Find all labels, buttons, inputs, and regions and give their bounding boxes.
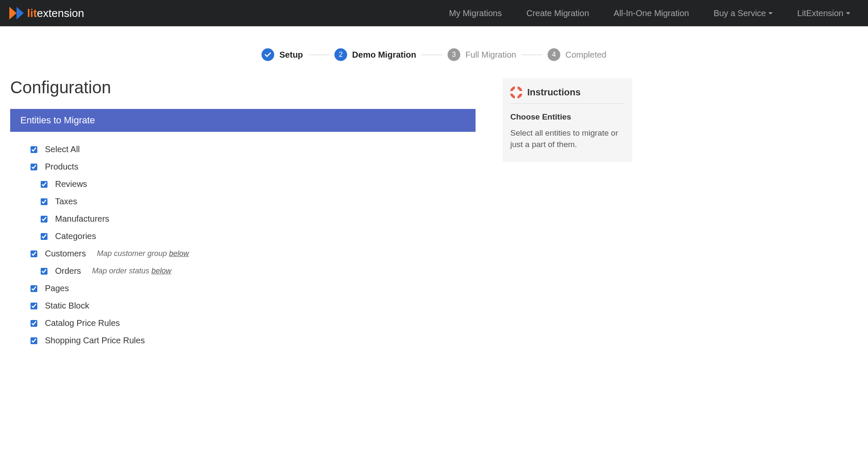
checkbox-catalog-price-rules[interactable] (31, 320, 37, 327)
instructions-panel: Instructions Choose Entities Select all … (503, 78, 632, 162)
map-hint: Map order status below (92, 267, 171, 275)
entity-label: Categories (55, 231, 96, 241)
top-navbar: litextension My Migrations Create Migrat… (0, 0, 868, 26)
checkbox-categories[interactable] (41, 233, 47, 240)
logo-text: litextension (27, 7, 84, 20)
entity-label: Reviews (55, 179, 87, 189)
step-label: Completed (565, 50, 606, 60)
map-hint: Map customer group below (97, 249, 189, 258)
entity-categories: Categories (31, 231, 476, 241)
step-full-migration[interactable]: 3 Full Migration (448, 48, 516, 61)
step-connector (521, 55, 542, 55)
nav-create-migration[interactable]: Create Migration (526, 8, 589, 18)
checkbox-orders[interactable] (41, 268, 47, 275)
instructions-title: Instructions (527, 87, 581, 98)
nav-all-in-one[interactable]: All-In-One Migration (614, 8, 689, 18)
svg-marker-1 (17, 7, 24, 19)
instructions-subtitle: Choose Entities (510, 112, 625, 122)
entity-label: Catalog Price Rules (45, 318, 120, 328)
nav-my-migrations[interactable]: My Migrations (449, 8, 501, 18)
entity-orders: Orders Map order status below (31, 266, 476, 276)
svg-marker-0 (9, 7, 17, 19)
map-customer-group-link[interactable]: below (169, 249, 189, 258)
entity-shopping-cart-price-rules: Shopping Cart Price Rules (31, 336, 476, 345)
entity-label: Select All (45, 145, 80, 154)
check-icon (264, 51, 271, 58)
entity-static-block: Static Block (31, 301, 476, 311)
checkbox-pages[interactable] (31, 285, 37, 292)
checkbox-select-all[interactable] (31, 146, 37, 153)
checkbox-manufacturers[interactable] (41, 216, 47, 223)
chevron-down-icon (846, 12, 850, 14)
instructions-body: Select all entities to migrate or just a… (510, 128, 625, 150)
step-circle: 4 (548, 48, 560, 61)
svg-rect-6 (519, 91, 522, 94)
checkbox-shopping-cart-price-rules[interactable] (31, 337, 37, 344)
navbar-menu: My Migrations Create Migration All-In-On… (449, 8, 859, 18)
nav-buy-service[interactable]: Buy a Service (714, 8, 773, 18)
step-label: Full Migration (465, 50, 516, 60)
entity-products: Products (31, 162, 476, 172)
entity-label: Customers (45, 249, 86, 259)
nav-label: Create Migration (526, 8, 589, 18)
entity-reviews: Reviews (31, 179, 476, 189)
entities-list: Select All Products Reviews Taxes Manufa… (10, 132, 476, 345)
step-circle: 2 (334, 48, 347, 61)
nav-label: All-In-One Migration (614, 8, 689, 18)
entity-customers: Customers Map customer group below (31, 249, 476, 259)
progress-stepper: Setup 2 Demo Migration 3 Full Migration … (0, 26, 868, 78)
brand-logo[interactable]: litextension (9, 7, 84, 20)
chevron-down-icon (768, 12, 773, 14)
svg-rect-5 (510, 91, 514, 94)
entity-label: Taxes (55, 197, 77, 206)
step-label: Setup (279, 50, 303, 60)
panel-header-entities: Entities to Migrate (10, 109, 476, 132)
content-container: Configuration Entities to Migrate Select… (0, 78, 868, 353)
step-connector (421, 55, 442, 55)
entity-label: Shopping Cart Price Rules (45, 336, 145, 345)
step-label: Demo Migration (352, 50, 416, 60)
entity-pages: Pages (31, 284, 476, 293)
checkbox-products[interactable] (31, 164, 37, 170)
entity-taxes: Taxes (31, 197, 476, 206)
entity-manufacturers: Manufacturers (31, 214, 476, 224)
step-circle: 3 (448, 48, 460, 61)
step-setup[interactable]: Setup (262, 48, 303, 61)
svg-rect-4 (515, 95, 517, 98)
nav-label: My Migrations (449, 8, 501, 18)
nav-label: Buy a Service (714, 8, 766, 18)
checkbox-static-block[interactable] (31, 303, 37, 309)
map-order-status-link[interactable]: below (151, 267, 171, 275)
checkbox-reviews[interactable] (41, 181, 47, 188)
main-column: Configuration Entities to Migrate Select… (10, 78, 476, 353)
entity-label: Static Block (45, 301, 89, 311)
entity-label: Manufacturers (55, 214, 109, 224)
step-completed[interactable]: 4 Completed (548, 48, 606, 61)
entity-label: Pages (45, 284, 69, 293)
page-title: Configuration (10, 78, 476, 97)
checkbox-customers[interactable] (31, 250, 37, 257)
nav-label: LitExtension (797, 8, 843, 18)
entity-select-all: Select All (31, 145, 476, 154)
step-demo-migration[interactable]: 2 Demo Migration (334, 48, 416, 61)
logo-icon (9, 7, 24, 19)
lifering-icon (510, 86, 522, 98)
instructions-header: Instructions (510, 86, 625, 104)
nav-litextension[interactable]: LitExtension (797, 8, 850, 18)
step-connector (308, 55, 329, 55)
entity-label: Products (45, 162, 78, 172)
checkbox-taxes[interactable] (41, 198, 47, 205)
entity-label: Orders (55, 266, 81, 276)
svg-rect-3 (515, 86, 517, 90)
step-circle (262, 48, 274, 61)
entity-catalog-price-rules: Catalog Price Rules (31, 318, 476, 328)
